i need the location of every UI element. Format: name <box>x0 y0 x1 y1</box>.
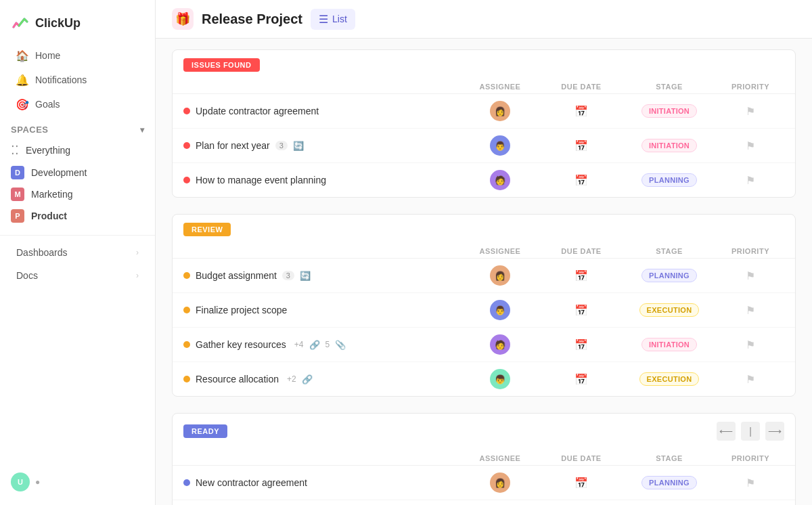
avatar: 👩 <box>490 473 510 493</box>
task-name-cell: Budget assignment 3 🔄 <box>183 270 459 281</box>
product-label: Product <box>31 211 67 221</box>
notifications-label: Notifications <box>35 74 87 85</box>
table-row[interactable]: Plan for next year 3 🔄 👨 📅 INITIATION ⚑ <box>173 129 795 163</box>
dashboards-chevron-icon: › <box>136 248 139 257</box>
sidebar-item-everything[interactable]: ⁚⁚ Everything <box>0 139 155 162</box>
priority-cell: ⚑ <box>717 269 784 282</box>
list-icon: ☰ <box>319 13 328 26</box>
table-row[interactable]: Refresh company website 5 📎 👩 📅 EXECUTIO… <box>173 500 795 505</box>
sidebar-item-product[interactable]: P Product <box>0 205 155 227</box>
due-date-cell: 📅 <box>541 174 622 187</box>
task-col-header-r <box>183 247 459 255</box>
task-dot-red <box>183 108 190 114</box>
table-row[interactable]: Budget assignment 3 🔄 👩 📅 PLANNING ⚑ <box>173 259 795 293</box>
group-review: REVIEW ASSIGNEE DUE DATE STAGE PRIORITY … <box>172 214 796 397</box>
avatar: 👨 <box>490 300 510 320</box>
logo-text: ClickUp <box>35 16 81 30</box>
priority-icon: ⚑ <box>746 269 755 282</box>
goals-label: Goals <box>35 99 60 110</box>
task-list-content: ISSUES FOUND ASSIGNEE DUE DATE STAGE PRI… <box>156 39 812 505</box>
task-dot-yellow <box>183 341 190 348</box>
task-text: New contractor agreement <box>196 477 307 488</box>
goals-icon: 🎯 <box>16 98 28 110</box>
calendar-icon: 📅 <box>574 139 588 152</box>
attach-count: 5 <box>325 340 330 349</box>
duedate-col-rd: DUE DATE <box>541 454 622 462</box>
link-icon-2: 🔗 <box>302 374 313 385</box>
ready-toolbar: ⟵ | ⟶ <box>717 419 784 443</box>
task-col-header <box>183 83 459 91</box>
task-dot-yellow <box>183 272 190 279</box>
sidebar-item-docs[interactable]: Docs › <box>5 265 150 286</box>
priority-col-rd: PRIORITY <box>717 454 784 462</box>
task-col-header-rd <box>183 454 459 462</box>
task-text: Plan for next year <box>196 140 270 151</box>
avatar: 🧑 <box>490 334 510 355</box>
home-label: Home <box>35 50 60 61</box>
table-row[interactable]: New contractor agreement 👩 📅 PLANNING ⚑ <box>173 466 795 500</box>
user-avatar: U <box>11 473 30 491</box>
priority-icon: ⚑ <box>746 338 755 351</box>
priority-cell: ⚑ <box>717 373 784 386</box>
sidebar-item-home[interactable]: 🏠 Home <box>5 44 150 67</box>
sidebar-item-marketing[interactable]: M Marketing <box>0 183 155 205</box>
sidebar-item-development[interactable]: D Development <box>0 162 155 183</box>
due-date-cell: 📅 <box>541 373 622 386</box>
stage-cell: PLANNING <box>622 173 717 187</box>
due-date-cell: 📅 <box>541 269 622 282</box>
sidebar-item-goals[interactable]: 🎯 Goals <box>5 93 150 116</box>
task-name-cell: Gather key resources +4 🔗 5 📎 <box>183 339 459 350</box>
stage-cell: INITIATION <box>622 338 717 351</box>
table-row[interactable]: Gather key resources +4 🔗 5 📎 🧑 📅 INITIA… <box>173 328 795 362</box>
table-row[interactable]: Update contractor agreement 👩 📅 INITIATI… <box>173 94 795 129</box>
priority-cell: ⚑ <box>717 477 784 489</box>
logo[interactable]: ClickUp <box>0 8 155 43</box>
main-content: 🎁 Release Project ☰ List ISSUES FOUND AS… <box>156 0 812 505</box>
table-row[interactable]: Resource allocation +2 🔗 👦 📅 EXECUTION ⚑ <box>173 362 795 396</box>
sidebar-item-dashboards[interactable]: Dashboards › <box>5 242 150 263</box>
ready-label: READY <box>183 424 227 438</box>
priority-col-header: PRIORITY <box>717 83 784 91</box>
priority-icon: ⚑ <box>746 477 755 489</box>
dashboards-label: Dashboards <box>16 247 68 258</box>
group-ready: READY ⟵ | ⟶ ASSIGNEE DUE DATE STAGE PRIO… <box>172 413 796 505</box>
extra-plus-2: +2 <box>287 374 296 384</box>
toolbar-btn-1[interactable]: ⟵ <box>717 422 736 441</box>
due-date-cell: 📅 <box>541 338 622 351</box>
task-name-cell: Resource allocation +2 🔗 <box>183 374 459 385</box>
sidebar-item-notifications[interactable]: 🔔 Notifications <box>5 68 150 91</box>
calendar-icon: 📅 <box>574 174 588 187</box>
table-row[interactable]: Finalize project scope 👨 📅 EXECUTION ⚑ <box>173 293 795 328</box>
stage-cell: INITIATION <box>622 104 717 118</box>
due-date-cell: 📅 <box>541 304 622 317</box>
task-name-cell: New contractor agreement <box>183 477 459 488</box>
stage-cell: EXECUTION <box>622 303 717 317</box>
spaces-header[interactable]: Spaces ▾ <box>0 116 155 139</box>
stage-badge: PLANNING <box>641 173 697 187</box>
avatar: 👨 <box>490 135 510 156</box>
calendar-icon: 📅 <box>574 269 588 282</box>
assignee-col-header: ASSIGNEE <box>459 83 541 91</box>
product-dot: P <box>11 209 24 223</box>
assignee-cell: 👩 <box>459 101 541 121</box>
assignee-cell: 👩 <box>459 473 541 493</box>
task-text: Budget assignment <box>196 270 277 281</box>
issues-found-label: ISSUES FOUND <box>183 58 260 72</box>
view-label: List <box>332 14 347 24</box>
toolbar-btn-2[interactable]: | <box>741 422 760 441</box>
task-text: Resource allocation <box>196 374 279 385</box>
toolbar-btn-3[interactable]: ⟶ <box>765 422 784 441</box>
list-view-tab[interactable]: ☰ List <box>311 9 355 30</box>
user-profile-area[interactable]: U ● <box>0 467 155 497</box>
task-name-cell: How to manage event planning <box>183 175 459 185</box>
assignee-cell: 👨 <box>459 135 541 156</box>
extra-plus: +4 <box>294 340 304 349</box>
calendar-icon: 📅 <box>574 304 588 317</box>
task-dot-yellow <box>183 376 190 382</box>
avatar: 👩 <box>490 265 510 286</box>
due-date-cell: 📅 <box>541 105 622 118</box>
everything-label: Everything <box>26 145 70 156</box>
table-row[interactable]: How to manage event planning 🧑 📅 PLANNIN… <box>173 163 795 197</box>
stage-badge: PLANNING <box>641 476 697 489</box>
spaces-chevron-icon: ▾ <box>140 125 145 135</box>
